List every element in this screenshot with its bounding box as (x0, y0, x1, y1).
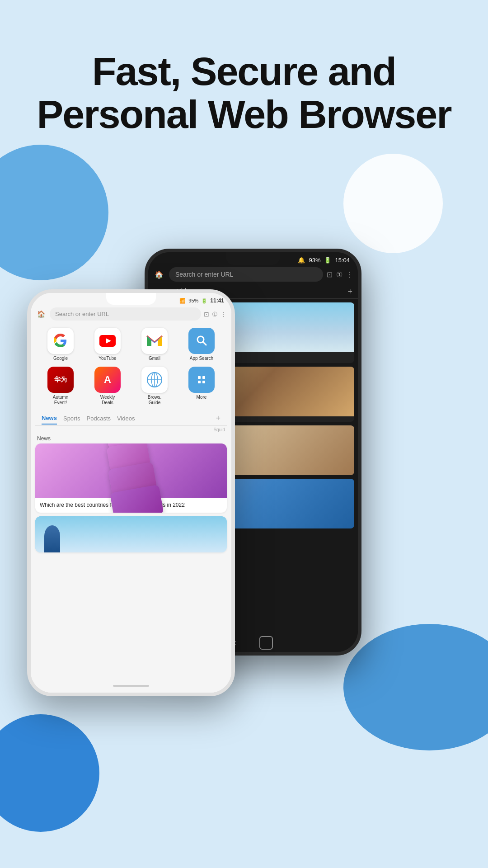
phone-back-urlbar[interactable]: Search or enter URL (169, 267, 323, 282)
news-tab-sports[interactable]: Sports (63, 415, 80, 424)
gmail-label: Gmail (149, 356, 160, 361)
app-icon-youtube[interactable]: YouTube (84, 328, 131, 361)
appsearch-icon (188, 328, 215, 354)
phone-back-battery-bar: 🔋 (324, 257, 331, 264)
phone-front-signal: 📶 (179, 298, 186, 304)
app-icon-more[interactable]: More (178, 367, 225, 406)
svg-rect-11 (198, 376, 201, 379)
app-icon-aliexpress[interactable]: A Weekly Deals (84, 367, 131, 406)
squid-label: Squid (31, 426, 231, 434)
news-card-2[interactable] (35, 516, 227, 552)
phone-front-battery: 95% (188, 298, 198, 303)
app-icon-gmail[interactable]: Gmail (131, 328, 178, 361)
phone-back-time: 15:04 (335, 257, 350, 264)
google-label: Google (53, 356, 68, 361)
appsearch-label: App Search (190, 356, 213, 361)
phone-front-url-text: Search or enter URL (55, 311, 109, 317)
aliexpress-label: Weekly Deals (94, 395, 121, 406)
phone-front-bottom (31, 679, 231, 693)
svg-rect-13 (198, 381, 201, 383)
app-icon-browsguide[interactable]: Brows. Guide (131, 367, 178, 406)
news-section-label: News (31, 434, 231, 443)
app-icon-appsearch[interactable]: App Search (178, 328, 225, 361)
app-grid: Google YouTube (31, 322, 231, 411)
phone-back-battery-icon: 🔔 (298, 257, 305, 264)
aliexpress-icon: A (94, 367, 121, 393)
news-tab-podcasts[interactable]: Podcasts (87, 415, 111, 424)
phone-front-menu-icon[interactable]: ⋮ (221, 311, 227, 318)
gmail-icon (141, 328, 168, 354)
google-icon (47, 328, 74, 354)
news-tab-add[interactable]: + (216, 414, 221, 425)
news-card-1[interactable]: Which are the best countries for digital… (35, 443, 227, 513)
home-indicator (113, 685, 149, 687)
phone-back-url-text: Search or enter URL (175, 271, 233, 278)
phone-front-battery-icon: 🔋 (201, 298, 207, 304)
phone-front-screen: 📶 95% 🔋 11:41 🏠 Search or enter URL ⊡ ① … (31, 293, 231, 693)
browsguide-icon (141, 367, 168, 393)
news-image-1 (35, 443, 227, 498)
phone-front-time: 11:41 (210, 297, 224, 304)
news-tab-videos[interactable]: Videos (117, 415, 135, 424)
huawei-icon: 华为 (47, 367, 74, 393)
phone-front-tab-count[interactable]: ① (212, 311, 218, 318)
news-tab-news[interactable]: News (42, 415, 57, 425)
more-icon (188, 367, 215, 393)
app-icon-google[interactable]: Google (37, 328, 84, 361)
phone-back-notch (226, 252, 280, 265)
phone-back-add-tab[interactable]: + (347, 287, 352, 298)
news-tabs: News Sports Podcasts Videos + (35, 411, 227, 426)
phone-front: 📶 95% 🔋 11:41 🏠 Search or enter URL ⊡ ① … (27, 289, 235, 696)
svg-point-3 (193, 333, 210, 349)
youtube-icon (94, 328, 121, 354)
phone-front-urlbar[interactable]: Search or enter URL (50, 307, 201, 321)
more-label: More (197, 395, 207, 400)
phone-front-notch (106, 293, 156, 305)
browsguide-label: Brows. Guide (141, 395, 168, 406)
app-icon-huawei[interactable]: 华为 Autumn Event! (37, 367, 84, 406)
news-image-2 (35, 516, 227, 552)
phone-back-nav-square[interactable] (259, 636, 273, 650)
svg-rect-12 (202, 376, 205, 379)
phone-front-tabs-icon[interactable]: ⊡ (204, 311, 209, 318)
huawei-label: Autumn Event! (47, 395, 74, 406)
phones-container: 🔔 93% 🔋 15:04 🏠 Search or enter URL ⊡ ① … (0, 235, 488, 868)
youtube-label: YouTube (99, 356, 116, 361)
svg-rect-14 (202, 381, 205, 383)
hero-title: Fast, Secure and Personal Web Browser (27, 50, 461, 136)
phone-back-battery: 93% (309, 257, 320, 264)
svg-point-10 (193, 372, 210, 388)
